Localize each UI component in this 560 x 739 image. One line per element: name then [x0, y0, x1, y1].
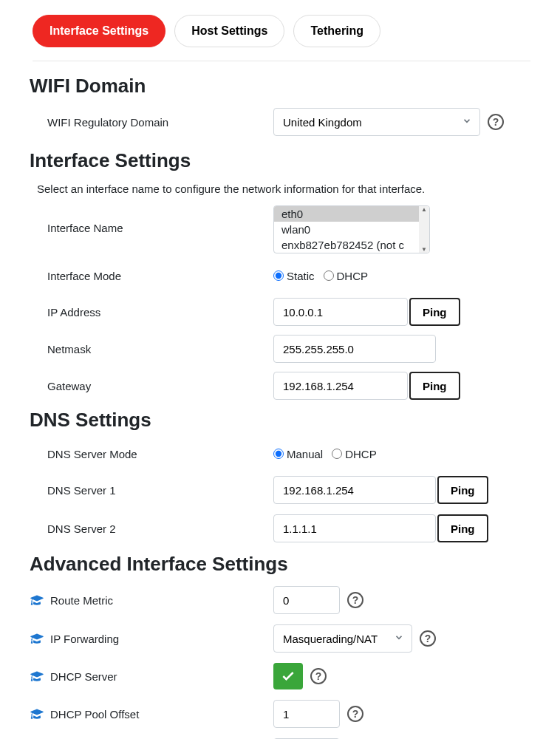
wifi-regulatory-domain-select-wrap: United Kingdom [273, 108, 480, 136]
route-metric-label: Route Metric [50, 594, 113, 607]
graduation-cap-icon [30, 708, 44, 720]
dns1-ping-button[interactable]: Ping [437, 476, 488, 504]
dns-mode-label: DNS Server Mode [30, 448, 273, 460]
interface-option-wlan0[interactable]: wlan0 [274, 222, 419, 237]
dhcp-pool-offset-input[interactable] [273, 700, 340, 728]
dns-settings-heading: DNS Settings [30, 409, 530, 432]
dns2-label: DNS Server 2 [30, 522, 273, 535]
interface-mode-label: Interface Mode [30, 270, 273, 282]
interface-settings-subtext: Select an interface name to configure th… [37, 183, 530, 195]
wifi-domain-heading: WIFI Domain [30, 75, 530, 98]
interface-name-listbox[interactable]: eth0 wlan0 enxb827eb782452 (not c ▲▼ [273, 205, 430, 253]
ip-address-input[interactable] [273, 298, 408, 326]
help-icon[interactable]: ? [347, 706, 363, 722]
ip-forwarding-label: IP Forwarding [50, 633, 119, 645]
interface-mode-static-label[interactable]: Static [273, 270, 315, 282]
route-metric-input[interactable] [273, 586, 340, 614]
dhcp-server-checkbox[interactable] [273, 663, 303, 689]
tab-host-settings[interactable]: Host Settings [174, 15, 284, 47]
dhcp-server-label: DHCP Server [50, 670, 117, 683]
help-icon[interactable]: ? [420, 630, 436, 647]
interface-mode-dhcp-radio[interactable] [324, 270, 334, 281]
interface-mode-dhcp-label[interactable]: DHCP [324, 270, 369, 282]
dns-mode-dhcp-label[interactable]: DHCP [332, 448, 377, 460]
interface-mode-static-radio[interactable] [273, 270, 284, 281]
ip-forwarding-select-wrap: Masquerading/NAT [273, 624, 412, 653]
graduation-cap-icon [30, 594, 44, 606]
tab-bar: Interface Settings Host Settings Tetheri… [33, 15, 530, 61]
help-icon[interactable]: ? [347, 592, 363, 608]
dns-mode-manual-radio[interactable] [273, 449, 284, 459]
dns1-input[interactable] [273, 476, 436, 504]
gateway-label: Gateway [30, 380, 273, 392]
advanced-heading: Advanced Interface Settings [30, 553, 530, 576]
netmask-input[interactable] [273, 335, 436, 363]
graduation-cap-icon [30, 633, 44, 644]
wifi-regulatory-domain-label: WIFI Regulatory Domain [30, 116, 273, 129]
netmask-label: Netmask [30, 343, 273, 355]
dns-mode-manual-label[interactable]: Manual [273, 448, 323, 460]
dhcp-pool-offset-label: DHCP Pool Offset [50, 708, 139, 721]
tab-interface-settings[interactable]: Interface Settings [33, 15, 165, 47]
ip-ping-button[interactable]: Ping [409, 298, 460, 326]
help-icon[interactable]: ? [310, 668, 327, 684]
tab-tethering[interactable]: Tethering [293, 15, 380, 47]
wifi-regulatory-domain-select[interactable]: United Kingdom [274, 109, 479, 135]
gateway-ping-button[interactable]: Ping [409, 372, 460, 400]
dns2-input[interactable] [273, 514, 436, 542]
checkmark-icon [281, 669, 296, 684]
interface-option-eth0[interactable]: eth0 [274, 206, 419, 222]
gateway-input[interactable] [273, 372, 408, 400]
ip-address-label: IP Address [30, 306, 273, 319]
interface-option-enx[interactable]: enxb827eb782452 (not c [274, 237, 419, 253]
dns-mode-dhcp-radio[interactable] [332, 449, 342, 459]
dns1-label: DNS Server 1 [30, 484, 273, 497]
scrollbar[interactable]: ▲▼ [419, 206, 429, 253]
dns2-ping-button[interactable]: Ping [437, 514, 488, 542]
interface-settings-heading: Interface Settings [30, 149, 530, 172]
graduation-cap-icon [30, 670, 44, 682]
help-icon[interactable]: ? [488, 114, 504, 130]
interface-name-label: Interface Name [30, 205, 273, 234]
ip-forwarding-select[interactable]: Masquerading/NAT [274, 625, 412, 652]
